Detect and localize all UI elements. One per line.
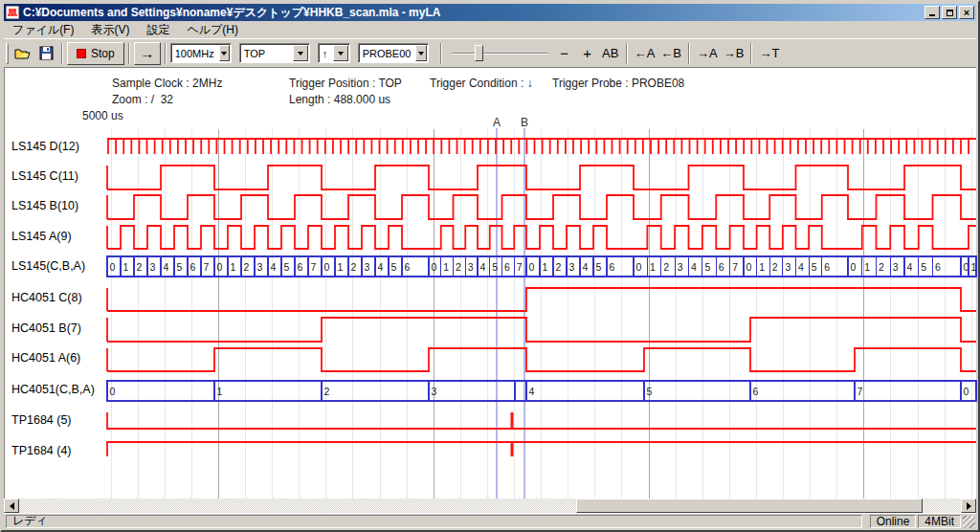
status-ready: レディ <box>6 515 862 528</box>
toolbar-separator <box>750 43 752 64</box>
dropdown-button[interactable] <box>293 45 308 61</box>
trigger-position-select[interactable]: TOP <box>239 43 310 63</box>
set-cursor-a-button[interactable]: →A <box>694 44 721 62</box>
goto-trigger-button[interactable]: →T <box>756 44 782 62</box>
trigger-probe-select[interactable]: PROBE00 <box>358 43 429 63</box>
open-file-button[interactable] <box>11 42 34 65</box>
length-info: Length : 488.000 us <box>289 93 390 106</box>
slider-track <box>452 53 547 55</box>
save-floppy-icon <box>39 46 54 60</box>
scroll-right-icon <box>967 502 971 510</box>
run-arrow-icon: → <box>140 45 154 61</box>
toolbar-separator <box>440 43 442 64</box>
app-window: C:¥Documents and Settings¥noname¥デスクトップ¥… <box>0 0 980 532</box>
channel-label: HC4051 B(7) <box>11 321 81 337</box>
sample-clock-value: 100MHz <box>171 48 218 59</box>
trigger-condition-arrow: ↓ <box>527 77 533 90</box>
menu-view[interactable]: 表示(V) <box>82 21 138 39</box>
close-icon: × <box>964 8 969 17</box>
status-online-badge: Online <box>870 515 917 528</box>
menu-help[interactable]: ヘルプ(H) <box>178 21 247 39</box>
trigger-edge-value: ↑ <box>319 48 332 59</box>
menu-bar: ファイル(F) 表示(V) 設定 ヘルプ(H) <box>4 21 976 38</box>
scrollbar-thumb[interactable] <box>576 499 923 513</box>
channel-label: HC4051 A(6) <box>11 351 80 366</box>
toolbar: Stop → 100MHz TOP ↑ PROBE00 − + AB <box>4 38 976 67</box>
channel-label: LS145 B(10) <box>11 199 78 214</box>
zoom-in-button[interactable]: + <box>576 43 599 63</box>
trigger-edge-select[interactable]: ↑ <box>318 43 350 63</box>
status-bar: レディ Online 4MBit <box>4 513 976 528</box>
waveform-area[interactable] <box>4 67 976 499</box>
toolbar-separator <box>128 43 130 64</box>
app-icon <box>6 6 19 19</box>
set-cursor-b-button[interactable]: →B <box>721 44 747 62</box>
minimize-button[interactable] <box>924 6 940 19</box>
maximize-button[interactable] <box>942 6 957 19</box>
resize-grip-icon[interactable] <box>963 516 975 528</box>
channel-label: TP1684 (4) <box>11 444 72 459</box>
close-button[interactable]: × <box>959 6 974 19</box>
zoom-info: Zoom : / 32 <box>112 93 173 106</box>
menu-file[interactable]: ファイル(F) <box>4 21 82 39</box>
scroll-left-icon <box>10 502 14 510</box>
toolbar-separator <box>626 43 628 64</box>
sample-clock-select[interactable]: 100MHz <box>170 43 232 63</box>
window-title: C:¥Documents and Settings¥noname¥デスクトップ¥… <box>23 5 924 21</box>
channel-label: LS145 A(9) <box>11 230 72 245</box>
trigger-probe-info: Trigger Probe : PROBE08 <box>552 77 684 90</box>
stop-button[interactable]: Stop <box>67 42 124 65</box>
stop-label: Stop <box>91 47 115 60</box>
trigger-probe-value: PROBE00 <box>359 48 415 59</box>
dropdown-button[interactable] <box>333 45 348 61</box>
save-button[interactable] <box>34 42 57 65</box>
stop-icon <box>77 49 86 58</box>
title-bar[interactable]: C:¥Documents and Settings¥noname¥デスクトップ¥… <box>4 4 976 21</box>
timeline-scale-label: 5000 us <box>82 109 123 122</box>
toolbar-grip <box>6 43 9 64</box>
channel-label: TP1684 (5) <box>11 413 72 429</box>
zoom-ab-button[interactable]: AB <box>599 44 622 62</box>
goto-cursor-b-button[interactable]: ←B <box>657 44 684 62</box>
channel-label: LS145 D(12) <box>11 140 79 155</box>
zoom-out-button[interactable]: − <box>553 43 576 63</box>
chevron-down-icon <box>418 52 424 55</box>
channel-label: LS145(C,B,A) <box>11 259 85 275</box>
trigger-position-info: Trigger Position : TOP <box>289 77 402 90</box>
zoom-slider[interactable] <box>452 42 547 65</box>
dropdown-button[interactable] <box>415 45 426 61</box>
toolbar-separator <box>688 43 690 64</box>
channel-label: HC4051(C,B,A) <box>11 383 95 398</box>
maximize-icon <box>947 10 953 16</box>
chevron-down-icon <box>298 52 303 55</box>
status-memory-badge: 4MBit <box>918 515 961 528</box>
toolbar-separator <box>165 43 167 64</box>
dropdown-button[interactable] <box>219 45 230 61</box>
sample-clock-info: Sample Clock : 2MHz <box>112 77 222 90</box>
menu-settings[interactable]: 設定 <box>138 21 178 39</box>
run-button[interactable]: → <box>134 42 161 65</box>
trigger-condition-info: Trigger Condition : ↓ <box>430 77 533 90</box>
chevron-down-icon <box>221 52 227 55</box>
scroll-left-button[interactable] <box>4 499 19 513</box>
slider-thumb[interactable] <box>475 45 483 61</box>
scroll-right-button[interactable] <box>961 499 976 513</box>
goto-cursor-a-button[interactable]: ←A <box>632 44 658 62</box>
minimize-icon <box>929 14 935 16</box>
horizontal-scrollbar[interactable] <box>4 499 976 513</box>
open-folder-icon <box>14 47 32 60</box>
channel-label: HC4051 C(8) <box>11 291 82 306</box>
trigger-position-value: TOP <box>240 48 292 59</box>
chevron-down-icon <box>338 52 344 55</box>
toolbar-separator <box>61 43 63 64</box>
channel-label: LS145 C(11) <box>11 169 78 185</box>
